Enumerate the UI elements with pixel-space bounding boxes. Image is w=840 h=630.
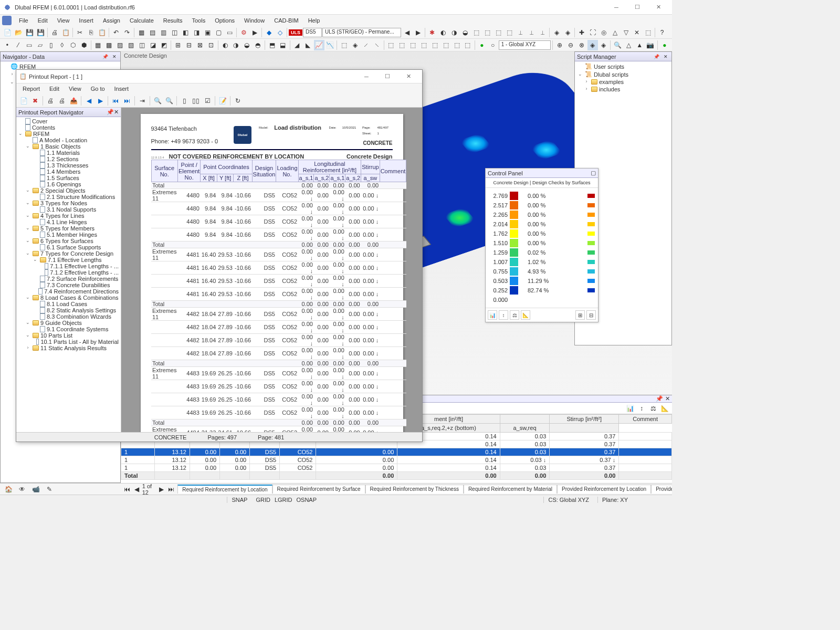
t2-q[interactable]: ⊟ <box>184 40 194 50</box>
rt-last[interactable]: ⏭ <box>122 96 132 106</box>
copy-icon[interactable]: ⎘ <box>86 27 96 38</box>
tb-u[interactable]: ⟂ <box>515 27 526 38</box>
report-nav-item[interactable]: 1.2 Sections <box>17 156 120 162</box>
rmenu-goto[interactable]: Go to <box>87 85 109 92</box>
snap-toggle[interactable]: SNAP <box>227 497 251 503</box>
pin-icon[interactable]: 📌 <box>101 53 109 60</box>
tb-z[interactable]: ✚ <box>576 27 587 38</box>
report-nav-item[interactable]: 8.1 Load Cases <box>17 301 120 307</box>
tb-n[interactable]: ◐ <box>438 27 448 38</box>
tb-ae[interactable]: ✕ <box>632 27 642 38</box>
close-icon[interactable]: ▢ <box>591 170 596 176</box>
bt-e[interactable]: 📊 <box>625 403 635 414</box>
panel-close-icon[interactable]: ✕ <box>111 53 118 60</box>
t2-r[interactable]: ⊠ <box>195 40 205 50</box>
close-icon[interactable]: ✕ <box>665 395 670 402</box>
report-nav-item[interactable]: 7.3 Concrete Durabilities <box>17 282 120 288</box>
lgrid-toggle[interactable]: LGRID <box>275 497 292 503</box>
bl-c[interactable]: 📹 <box>30 484 41 495</box>
save-icon[interactable]: 💾 <box>24 27 35 38</box>
rt-export[interactable]: 📤 <box>68 96 79 106</box>
t2-o[interactable]: ◩ <box>159 40 169 50</box>
report-nav-item[interactable]: 7.1.2 Effective Lengths - ... <box>17 269 120 276</box>
tb-o[interactable]: ◑ <box>449 27 459 38</box>
next-icon[interactable]: ▶ <box>413 27 423 38</box>
report-nav-item[interactable]: ⌄4 Types for Lines <box>17 213 120 219</box>
lf-d[interactable]: 📐 <box>521 310 530 320</box>
t2-t[interactable]: ◐ <box>220 40 230 50</box>
undo-icon[interactable]: ↶ <box>111 27 121 38</box>
report-nav-item[interactable]: ⌄9 Guide Objects <box>17 320 120 326</box>
t2-k[interactable]: ▨ <box>115 40 125 50</box>
report-page-view[interactable]: 93464 Tiefenbach Phone: +49 9673 9203 - … <box>121 108 422 432</box>
report-nav-item[interactable]: ⌄10 Parts List <box>17 332 120 339</box>
print-icon[interactable]: 🖨 <box>49 27 60 38</box>
report-nav-item[interactable]: 1.6 Openings <box>17 181 120 187</box>
rmenu-report[interactable]: Report <box>18 85 44 92</box>
report-nav-item[interactable]: 1.1 Materials <box>17 150 120 156</box>
t2-aj[interactable]: ⬚ <box>408 40 418 50</box>
report-nav-item[interactable]: 10.1 Parts List - All by Material <box>17 339 120 345</box>
report-nav-item[interactable]: 9.1 Coordinate Systems <box>17 326 120 332</box>
tb-w[interactable]: ⟂ <box>537 27 548 38</box>
menu-insert[interactable]: Insert <box>75 16 98 25</box>
rt-prev[interactable]: ◀ <box>83 96 94 106</box>
t2-am[interactable]: ⬚ <box>440 40 451 50</box>
minimize-button[interactable]: ─ <box>606 0 627 15</box>
tb-aa[interactable]: ⛶ <box>587 27 598 38</box>
rt-refresh[interactable]: ↻ <box>233 96 243 106</box>
t2-ae[interactable]: ◈ <box>350 40 360 50</box>
maximize-button[interactable]: ☐ <box>627 0 648 15</box>
tb-ac[interactable]: △ <box>610 27 620 38</box>
menu-calculate[interactable]: Calculate <box>125 16 158 25</box>
tb-p[interactable]: ◒ <box>460 27 470 38</box>
t2-aw[interactable]: 🔍 <box>612 40 623 50</box>
rt-sel[interactable]: ☑ <box>202 96 213 106</box>
results-tab[interactable]: Required Reinforcement by Location <box>177 485 272 494</box>
report-nav-item[interactable]: 5.1 Member Hinges <box>17 232 120 238</box>
menu-cadbim[interactable]: CAD-BIM <box>270 16 302 25</box>
redo-icon[interactable]: ↷ <box>122 27 132 38</box>
bt-g[interactable]: ⚖ <box>648 403 658 414</box>
menu-edit[interactable]: Edit <box>34 16 52 25</box>
t2-e[interactable]: ▯ <box>46 40 57 50</box>
t2-u[interactable]: ◑ <box>231 40 242 50</box>
close-button[interactable]: ✕ <box>648 0 669 15</box>
paste-icon[interactable]: 📋 <box>97 27 107 38</box>
t2-ao[interactable]: ⬚ <box>463 40 473 50</box>
t2-d[interactable]: ▱ <box>35 40 46 50</box>
tb-a[interactable]: ▦ <box>136 27 146 38</box>
bl-a[interactable]: 🏠 <box>3 484 14 495</box>
grid-toggle[interactable]: GRID <box>256 497 270 503</box>
rmenu-view[interactable]: View <box>65 85 86 92</box>
first-icon[interactable]: ⏮ <box>123 484 131 495</box>
t2-ad[interactable]: ⬚ <box>339 40 349 50</box>
report-nav-item[interactable]: 1.3 Thicknesses <box>17 162 120 169</box>
t2-an[interactable]: ⬚ <box>452 40 462 50</box>
rmenu-insert[interactable]: Insert <box>110 85 133 92</box>
t2-m[interactable]: ◫ <box>137 40 148 50</box>
rt-del[interactable]: ✖ <box>30 96 40 106</box>
report-nav-item[interactable]: ⌄7 Types for Concrete Design <box>17 250 120 257</box>
new-icon[interactable]: 📄 <box>2 27 13 38</box>
menu-tools[interactable]: Tools <box>187 16 209 25</box>
report-nav-item[interactable]: 1.5 Surfaces <box>17 175 120 181</box>
menu-options[interactable]: Options <box>211 16 239 25</box>
tb-r[interactable]: ⬚ <box>482 27 492 38</box>
prev-icon[interactable]: ◀ <box>132 484 141 495</box>
t2-ak[interactable]: ⬚ <box>419 40 429 50</box>
minimize-button[interactable]: ─ <box>356 69 377 84</box>
tb-y[interactable]: ◈ <box>562 27 573 38</box>
rt-p2[interactable]: ▯▯ <box>191 96 201 106</box>
tb-l[interactable]: ◇ <box>275 27 285 38</box>
t2-av[interactable]: ◈ <box>598 40 609 50</box>
report-nav-item[interactable]: 7.2 Surface Reinforcements <box>17 276 120 282</box>
t2-ax[interactable]: △ <box>623 40 634 50</box>
bt-f[interactable]: ↕ <box>636 403 647 414</box>
report-nav-item[interactable]: ⌄6 Types for Surfaces <box>17 238 120 244</box>
cs-combo[interactable]: 1 - Global XYZ <box>499 40 551 50</box>
tb-k[interactable]: ◆ <box>264 27 274 38</box>
report-nav-item[interactable]: Cover <box>17 118 120 124</box>
close-button[interactable]: ✕ <box>398 69 419 84</box>
menu-window[interactable]: Window <box>240 16 269 25</box>
